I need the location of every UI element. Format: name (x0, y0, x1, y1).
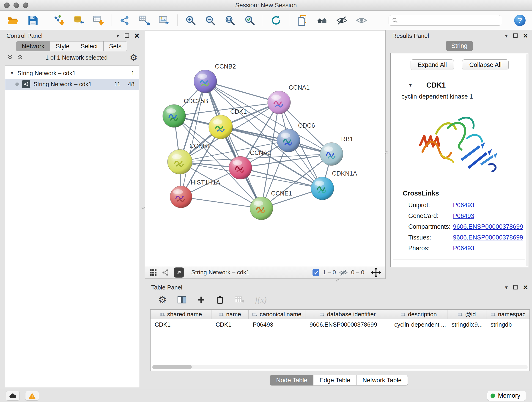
minimize-window-button[interactable] (13, 2, 19, 8)
database-import-icon (73, 14, 85, 26)
crosslink-link[interactable]: 9606.ENSP00000378699 (453, 223, 523, 230)
network-selected-summary: 1 of 1 Network selected (27, 54, 126, 61)
import-table-from-file-button[interactable] (92, 13, 105, 27)
panel-float-icon[interactable] (125, 33, 129, 38)
current-network-bullet-icon (15, 83, 19, 86)
column-type-icon (219, 312, 224, 317)
tab-select[interactable]: Select (75, 41, 104, 51)
selected-checkbox-icon[interactable] (312, 269, 319, 276)
horizontal-scrollbar-thumb[interactable] (152, 365, 192, 369)
import-table-icon (93, 14, 104, 26)
panel-menu-icon[interactable]: ▾ (505, 285, 508, 290)
warnings-button[interactable] (25, 391, 39, 401)
zoom-selected-button[interactable] (243, 13, 256, 27)
zoom-in-button[interactable] (184, 13, 197, 27)
tab-sets[interactable]: Sets (104, 41, 127, 51)
add-column-button[interactable] (197, 296, 205, 304)
right-splitter-handle[interactable] (385, 151, 388, 154)
save-session-button[interactable] (26, 13, 39, 27)
memory-label: Memory (498, 392, 520, 399)
toolbar-separator (263, 14, 263, 26)
crosslink-link[interactable]: P06493 (453, 202, 474, 209)
network-collection-row[interactable]: ▼ String Network – cdk1 1 (5, 68, 139, 79)
copy-document-button[interactable] (296, 13, 309, 27)
panel-close-icon[interactable]: × (523, 32, 528, 39)
hide-selected-button[interactable] (335, 13, 348, 27)
grid-view-icon[interactable] (149, 269, 157, 276)
svg-text:CCNE1: CCNE1 (271, 190, 292, 197)
expand-all-button[interactable]: Expand All (411, 59, 454, 70)
crosslink-label: Tissues: (408, 234, 453, 241)
protein-structure-image (413, 106, 505, 182)
crosslink-link[interactable]: P06493 (453, 212, 474, 220)
memory-button[interactable]: Memory (487, 391, 526, 401)
control-panel-tabs: Network Style Select Sets (16, 41, 143, 51)
tab-edge-table[interactable]: Edge Table (313, 375, 356, 385)
close-window-button[interactable] (4, 2, 10, 8)
panel-close-icon[interactable]: × (523, 284, 528, 291)
table-row[interactable]: CDK1 CDK1 P06493 9606.ENSP00000378699 cy… (151, 319, 530, 330)
import-network-from-database-button[interactable] (72, 13, 85, 27)
birds-eye-view-button[interactable] (174, 268, 184, 278)
entry-collapse-icon[interactable]: ▼ (408, 83, 413, 88)
cloud-button[interactable] (6, 391, 20, 401)
zoom-window-button[interactable] (23, 2, 28, 8)
column-type-icon (252, 312, 257, 317)
panel-close-icon[interactable]: × (134, 32, 139, 39)
expand-all-icon[interactable] (17, 54, 23, 61)
crosslink-link[interactable]: P06493 (453, 245, 474, 252)
column-header[interactable]: canonical name (249, 310, 305, 319)
show-all-button[interactable] (355, 13, 368, 27)
pan-move-icon[interactable] (371, 267, 381, 278)
tree-expander-icon[interactable]: ▼ (10, 70, 14, 76)
panel-float-icon[interactable] (513, 33, 518, 38)
svg-text:RB1: RB1 (341, 136, 353, 143)
zoom-fit-button[interactable] (223, 13, 237, 27)
left-splitter-handle[interactable] (142, 206, 145, 209)
tab-style[interactable]: Style (50, 41, 75, 51)
column-header[interactable]: namespac (486, 310, 530, 319)
search-input[interactable] (400, 17, 498, 24)
delete-column-button[interactable] (216, 295, 224, 304)
network-summary-row: 1 of 1 Network selected ⚙ (2, 51, 143, 64)
results-scrollbar[interactable] (526, 54, 528, 266)
collapse-all-button[interactable]: Collapse All (462, 59, 509, 70)
crosslink-link[interactable]: 9606.ENSP00000378699 (453, 234, 523, 241)
tab-string[interactable]: String (446, 41, 473, 51)
column-header[interactable]: shared name (151, 310, 211, 319)
refresh-button[interactable] (269, 13, 283, 27)
column-header[interactable]: description (390, 310, 447, 319)
function-builder-button-disabled[interactable]: f(x) (255, 295, 267, 305)
tab-node-table[interactable]: Node Table (270, 375, 313, 385)
zoom-out-button[interactable] (204, 13, 217, 27)
panel-menu-icon[interactable]: ▾ (505, 33, 508, 38)
toolbar-separator (112, 14, 112, 26)
tab-network[interactable]: Network (16, 41, 50, 51)
home-button[interactable] (316, 13, 329, 27)
network-view-icon[interactable] (162, 269, 169, 276)
export-image-button[interactable] (158, 13, 171, 27)
show-columns-button[interactable] (177, 296, 186, 304)
panel-menu-icon[interactable]: ▾ (116, 33, 119, 38)
open-session-button[interactable] (6, 13, 20, 27)
column-header[interactable]: database identifier (305, 310, 390, 319)
application-window: Session: New Session (0, 0, 532, 402)
collapse-all-icon[interactable] (7, 54, 13, 61)
table-cell: stringdb (486, 321, 530, 328)
import-network-from-file-button[interactable] (52, 13, 66, 27)
new-network-button[interactable] (118, 13, 132, 27)
network-options-gear-icon[interactable]: ⚙ (130, 53, 138, 62)
network-row[interactable]: String Network – cdk1 11 48 (5, 79, 139, 89)
crosslink-row: Pharos: P06493 (393, 243, 525, 254)
new-network-from-table-button[interactable] (138, 13, 151, 27)
bottom-splitter-handle[interactable] (336, 279, 339, 282)
network-canvas[interactable]: CCNB2CCNA1CDC25BCDK1CDC6RB1CCNB1CCNA2CDK… (145, 31, 385, 266)
table-settings-button[interactable]: ⚙ (158, 295, 167, 305)
zoom-fit-icon (224, 15, 236, 26)
tab-network-table[interactable]: Network Table (356, 375, 408, 385)
column-header[interactable]: name (211, 310, 249, 319)
delete-table-button-disabled[interactable] (234, 296, 245, 304)
panel-float-icon[interactable] (513, 285, 518, 289)
help-button[interactable]: ? (514, 14, 526, 27)
column-header[interactable]: @id (447, 310, 486, 319)
